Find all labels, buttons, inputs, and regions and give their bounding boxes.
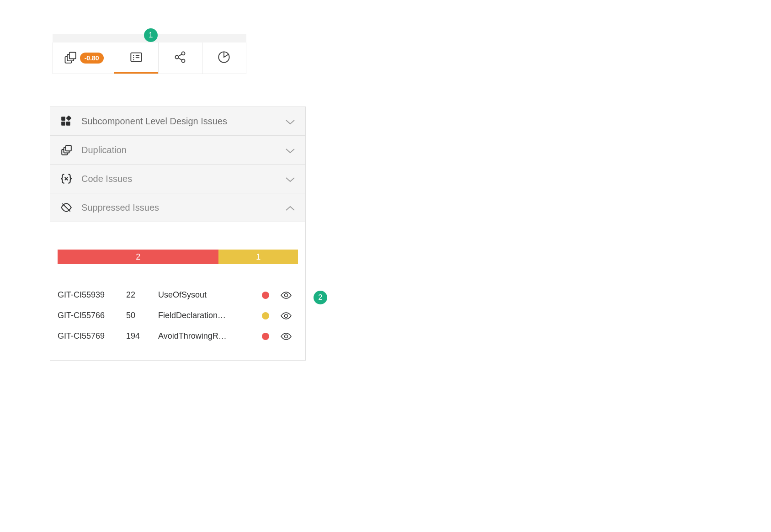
svg-point-25 [285, 293, 288, 297]
issue-line: 50 [126, 311, 158, 320]
annotation-step-2: 2 [314, 291, 327, 304]
distribution-segment[interactable]: 2 [58, 250, 218, 264]
accordion-label: Code Issues [81, 174, 285, 184]
tab-overview[interactable]: -0.80 [53, 43, 114, 74]
svg-rect-16 [61, 122, 65, 126]
svg-point-27 [285, 335, 288, 338]
issue-id: GIT-CI55939 [58, 290, 126, 300]
accordion-duplication[interactable]: Duplication [50, 136, 305, 165]
svg-rect-21 [66, 145, 71, 151]
accordion-subcomponent-design[interactable]: Subcomponent Level Design Issues [50, 107, 305, 136]
severity-distribution-bar: 21 [58, 250, 298, 264]
unsuppress-button[interactable] [277, 333, 295, 340]
annotation-step-2-label: 2 [319, 293, 323, 302]
issue-id: GIT-CI55769 [58, 331, 126, 341]
svg-point-11 [182, 59, 185, 63]
issue-list: GIT-CI5593922UseOfSysoutGIT-CI5576650Fie… [58, 285, 298, 346]
accordion-label: Subcomponent Level Design Issues [81, 116, 285, 127]
chevron-down-icon [285, 176, 295, 181]
share-icon [174, 51, 186, 65]
svg-rect-15 [61, 117, 65, 121]
chevron-down-icon [285, 147, 295, 153]
issue-line: 194 [126, 331, 158, 341]
accordion-label: Suppressed Issues [81, 202, 285, 213]
distribution-segment[interactable]: 1 [218, 250, 298, 264]
unsuppress-button[interactable] [277, 312, 295, 319]
pie-chart-icon [218, 51, 230, 65]
list-icon [130, 51, 143, 65]
chevron-up-icon [285, 205, 295, 210]
components-icon [60, 115, 72, 127]
severity-dot [254, 312, 277, 319]
issue-row[interactable]: GIT-CI5593922UseOfSysout [58, 285, 298, 305]
issues-panel: Subcomponent Level Design Issues Duplica… [50, 106, 306, 361]
accordion-suppressed-issues[interactable]: Suppressed Issues [50, 193, 305, 222]
issue-id: GIT-CI55766 [58, 311, 126, 320]
svg-point-9 [182, 52, 185, 55]
tab-chart[interactable] [202, 43, 246, 74]
duplication-icon [60, 144, 72, 156]
svg-rect-17 [66, 122, 70, 126]
severity-dot [254, 292, 277, 299]
svg-point-26 [285, 314, 288, 317]
annotation-step-1-label: 1 [149, 31, 153, 39]
svg-rect-18 [66, 115, 71, 121]
tabs: -0.80 [53, 43, 246, 74]
accordion-code-issues[interactable]: Code Issues [50, 165, 305, 193]
tab-badge: -0.80 [80, 53, 104, 64]
issue-row[interactable]: GIT-CI55769194AvoidThrowingR… [58, 326, 298, 346]
svg-line-12 [178, 54, 182, 57]
eye-off-icon [60, 202, 72, 213]
issue-name: AvoidThrowingR… [158, 331, 254, 341]
svg-rect-3 [131, 53, 141, 62]
suppressed-issues-body: 21 GIT-CI5593922UseOfSysoutGIT-CI5576650… [50, 250, 305, 360]
issue-name: UseOfSysout [158, 290, 254, 300]
svg-point-10 [175, 56, 179, 59]
svg-rect-2 [69, 53, 76, 59]
unsuppress-button[interactable] [277, 292, 295, 299]
tab-details[interactable] [114, 43, 158, 74]
annotation-step-1: 1 [144, 28, 158, 42]
code-issues-icon [60, 173, 72, 185]
tab-graph[interactable] [159, 43, 202, 74]
svg-line-13 [178, 58, 182, 60]
chevron-down-icon [285, 118, 295, 124]
issue-name: FieldDeclaration… [158, 311, 254, 320]
accordion-label: Duplication [81, 145, 285, 155]
issue-row[interactable]: GIT-CI5576650FieldDeclaration… [58, 305, 298, 326]
stack-icon [64, 51, 76, 65]
issue-line: 22 [126, 290, 158, 300]
severity-dot [254, 333, 277, 340]
